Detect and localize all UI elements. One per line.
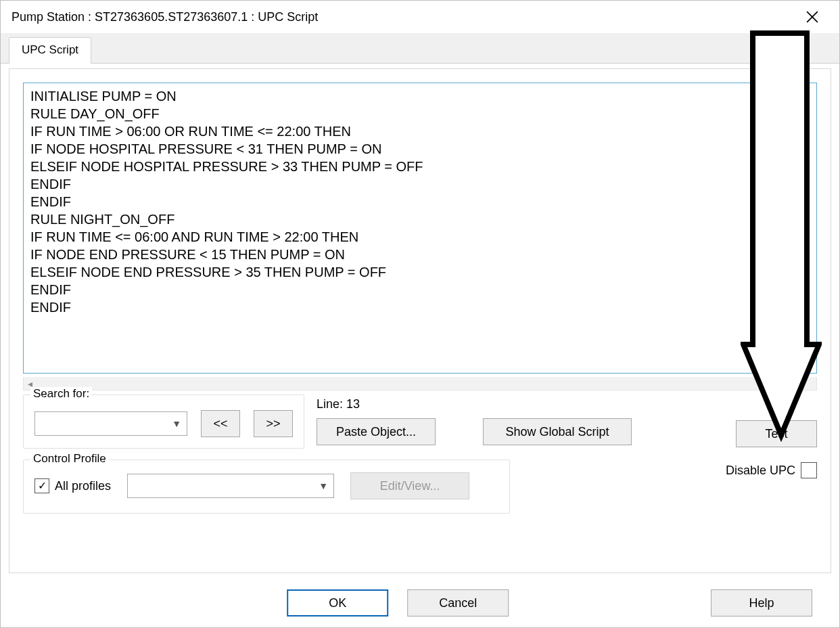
tabstrip: UPC Script	[1, 33, 839, 64]
control-profile-legend: Control Profile	[30, 452, 109, 466]
search-prev-label: <<	[213, 417, 227, 431]
edit-view-label: Edit/View...	[380, 479, 440, 493]
right-col: Test	[736, 395, 817, 447]
window-title: Pump Station : ST27363605.ST27363607.1 :…	[11, 10, 318, 24]
paste-object-button[interactable]: Paste Object...	[317, 418, 436, 445]
control-profile-group: Control Profile ✓ All profiles ▼ Edit/Vi…	[23, 459, 510, 514]
profile-combobox[interactable]: ▼	[127, 474, 334, 498]
cancel-label: Cancel	[439, 596, 477, 610]
close-icon	[806, 11, 818, 23]
mid-row: Search for: ▼ << >> Line: 13	[23, 395, 817, 449]
all-profiles-label: All profiles	[55, 479, 111, 493]
all-profiles-checkbox-wrapper[interactable]: ✓ All profiles	[34, 478, 111, 493]
ok-button[interactable]: OK	[287, 589, 388, 616]
all-profiles-checkbox[interactable]: ✓	[34, 478, 49, 493]
ok-label: OK	[329, 596, 346, 610]
search-combobox[interactable]: ▼	[34, 411, 187, 436]
cancel-button[interactable]: Cancel	[407, 589, 509, 616]
line-and-buttons-col: Line: 13 Paste Object... Show Global Scr…	[317, 395, 632, 445]
line-number-label: Line: 13	[317, 397, 632, 411]
search-prev-button[interactable]: <<	[201, 410, 240, 437]
titlebar: Pump Station : ST27363605.ST27363607.1 :…	[1, 1, 839, 33]
tab-upc-script[interactable]: UPC Script	[9, 37, 91, 64]
paste-object-label: Paste Object...	[336, 425, 416, 439]
disable-upc-label: Disable UPC	[726, 464, 795, 478]
search-next-button[interactable]: >>	[254, 410, 293, 437]
disable-upc-checkbox[interactable]	[801, 462, 817, 478]
disable-upc-row: Disable UPC	[726, 459, 817, 478]
dialog-footer: OK Cancel Help	[1, 579, 839, 627]
test-button-label: Test	[765, 427, 787, 441]
edit-view-button: Edit/View...	[350, 472, 469, 499]
show-global-script-label: Show Global Script	[505, 425, 609, 439]
horizontal-scrollbar[interactable]: ◂	[23, 377, 817, 390]
tab-label: UPC Script	[22, 43, 78, 56]
script-editor[interactable]	[23, 83, 817, 374]
help-button[interactable]: Help	[711, 589, 812, 616]
search-group: Search for: ▼ << >>	[23, 395, 304, 449]
tab-body: ◂ Search for: ▼ << >>	[9, 68, 831, 573]
profile-row: Control Profile ✓ All profiles ▼ Edit/Vi…	[23, 459, 817, 514]
help-label: Help	[749, 596, 774, 610]
close-button[interactable]	[796, 1, 829, 33]
dialog-window: Pump Station : ST27363605.ST27363607.1 :…	[0, 0, 840, 628]
test-button[interactable]: Test	[736, 420, 817, 447]
show-global-script-button[interactable]: Show Global Script	[483, 418, 632, 445]
search-next-label: >>	[266, 417, 280, 431]
chevron-down-icon: ▼	[319, 480, 328, 491]
chevron-down-icon: ▼	[172, 418, 181, 429]
search-legend: Search for:	[30, 387, 92, 401]
